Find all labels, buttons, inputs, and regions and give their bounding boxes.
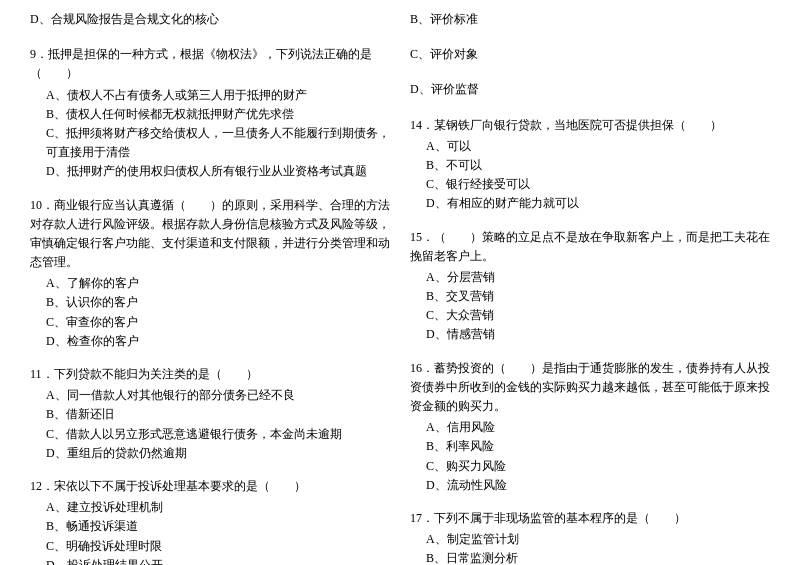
question-option: B、债权人任何时候都无权就抵押财产优先求偿 (30, 105, 390, 124)
question-block: D、评价监督 (410, 80, 770, 101)
question-block: 9．抵押是担保的一种方式，根据《物权法》，下列说法正确的是（ ）A、债权人不占有… (30, 45, 390, 181)
question-option: D、抵押财产的使用权归债权人所有银行业从业资格考试真题 (30, 162, 390, 181)
question-block: 11．下列贷款不能归为关注类的是（ ）A、同一借款人对其他银行的部分债务已经不良… (30, 365, 390, 463)
right-column: B、评价标准C、评价对象D、评价监督14．某钢铁厂向银行贷款，当地医院可否提供担… (410, 10, 770, 565)
question-block: 17．下列不属于非现场监管的基本程序的是（ ）A、制定监管计划B、日常监测分析C… (410, 509, 770, 565)
question-option: A、建立投诉处理机制 (30, 498, 390, 517)
question-option: D、检查你的客户 (30, 332, 390, 351)
question-option: A、制定监管计划 (410, 530, 770, 549)
question-option: C、明确投诉处理时限 (30, 537, 390, 556)
question-title: 11．下列贷款不能归为关注类的是（ ） (30, 365, 390, 384)
question-title: 15．（ ）策略的立足点不是放在争取新客户上，而是把工夫花在挽留老客户上。 (410, 228, 770, 266)
question-option: A、分层营销 (410, 268, 770, 287)
question-title: 10．商业银行应当认真遵循（ ）的原则，采用科学、合理的方法对存款人进行风险评级… (30, 196, 390, 273)
question-block: 10．商业银行应当认真遵循（ ）的原则，采用科学、合理的方法对存款人进行风险评级… (30, 196, 390, 352)
question-block: 16．蓄势投资的（ ）是指由于通货膨胀的发生，债券持有人从投资债券中所收到的金钱… (410, 359, 770, 495)
question-option: B、日常监测分析 (410, 549, 770, 565)
question-option: A、信用风险 (410, 418, 770, 437)
question-block: C、评价对象 (410, 45, 770, 66)
question-option: B、交叉营销 (410, 287, 770, 306)
question-option: A、了解你的客户 (30, 274, 390, 293)
question-option: C、大众营销 (410, 306, 770, 325)
question-option: B、借新还旧 (30, 405, 390, 424)
question-option: D、情感营销 (410, 325, 770, 344)
question-title: C、评价对象 (410, 45, 770, 64)
question-option: A、同一借款人对其他银行的部分债务已经不良 (30, 386, 390, 405)
question-option: B、畅通投诉渠道 (30, 517, 390, 536)
question-block: B、评价标准 (410, 10, 770, 31)
question-title: 14．某钢铁厂向银行贷款，当地医院可否提供担保（ ） (410, 116, 770, 135)
left-column: D、合规风险报告是合规文化的核心9．抵押是担保的一种方式，根据《物权法》，下列说… (30, 10, 390, 565)
question-option: B、利率风险 (410, 437, 770, 456)
question-title: 9．抵押是担保的一种方式，根据《物权法》，下列说法正确的是（ ） (30, 45, 390, 83)
question-option: A、可以 (410, 137, 770, 156)
question-option: C、购买力风险 (410, 457, 770, 476)
question-title: 12．宋依以下不属于投诉处理基本要求的是（ ） (30, 477, 390, 496)
question-option: B、不可以 (410, 156, 770, 175)
question-title: B、评价标准 (410, 10, 770, 29)
question-title: D、合规风险报告是合规文化的核心 (30, 10, 390, 29)
question-option: D、重组后的贷款仍然逾期 (30, 444, 390, 463)
question-title: 16．蓄势投资的（ ）是指由于通货膨胀的发生，债券持有人从投资债券中所收到的金钱… (410, 359, 770, 417)
question-block: 15．（ ）策略的立足点不是放在争取新客户上，而是把工夫花在挽留老客户上。A、分… (410, 228, 770, 345)
question-block: 14．某钢铁厂向银行贷款，当地医院可否提供担保（ ）A、可以B、不可以C、银行经… (410, 116, 770, 214)
question-title: 17．下列不属于非现场监管的基本程序的是（ ） (410, 509, 770, 528)
question-option: D、流动性风险 (410, 476, 770, 495)
question-option: D、投诉处理结果公开 (30, 556, 390, 565)
question-title: D、评价监督 (410, 80, 770, 99)
question-option: D、有相应的财产能力就可以 (410, 194, 770, 213)
question-block: 12．宋依以下不属于投诉处理基本要求的是（ ）A、建立投诉处理机制B、畅通投诉渠… (30, 477, 390, 565)
question-option: B、认识你的客户 (30, 293, 390, 312)
question-option: C、审查你的客户 (30, 313, 390, 332)
question-option: C、银行经接受可以 (410, 175, 770, 194)
question-option: C、抵押须将财产移交给债权人，一旦债务人不能履行到期债务，可直接用于清偿 (30, 124, 390, 162)
question-option: A、债权人不占有债务人或第三人用于抵押的财产 (30, 86, 390, 105)
question-option: C、借款人以另立形式恶意逃避银行债务，本金尚未逾期 (30, 425, 390, 444)
question-block: D、合规风险报告是合规文化的核心 (30, 10, 390, 31)
